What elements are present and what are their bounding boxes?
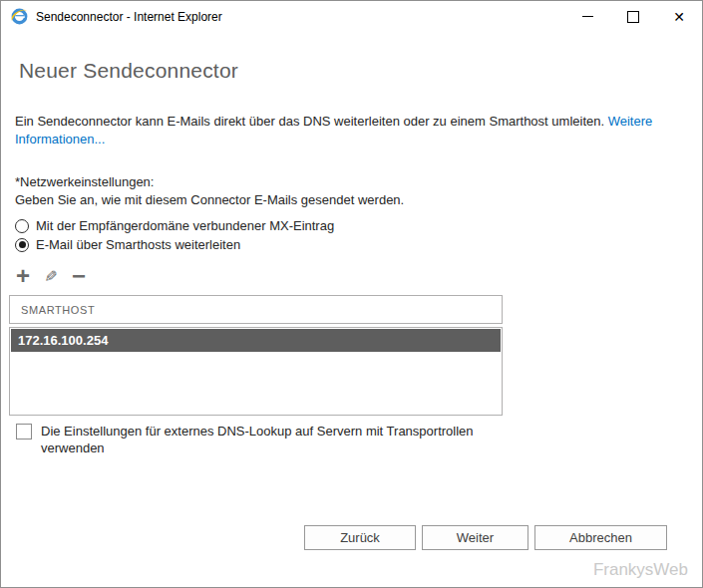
window-controls: ✕ — [564, 1, 702, 32]
smarthost-row[interactable]: 172.16.100.254 — [11, 329, 501, 352]
network-settings-description: Geben Sie an, wie mit diesem Connector E… — [15, 191, 688, 209]
wizard-navigation: Zurück Weiter Abbrechen — [298, 525, 667, 550]
network-settings-block: *Netzwerkeinstellungen: Geben Sie an, wi… — [15, 173, 688, 209]
ie-window: Sendeconnector - Internet Explorer ✕ Neu… — [0, 0, 703, 588]
radio-smarthost[interactable]: E-Mail über Smarthosts weiterleiten — [15, 237, 688, 252]
smarthost-toolbar: + ✎ − — [13, 265, 688, 287]
watermark: FrankysWeb — [593, 560, 688, 580]
edit-button[interactable]: ✎ — [41, 267, 61, 286]
radio-smarthost-label: E-Mail über Smarthosts weiterleiten — [36, 237, 240, 252]
plus-icon: + — [16, 262, 30, 290]
dns-lookup-option[interactable]: Die Einstellungen für externes DNS-Looku… — [15, 423, 688, 456]
delivery-options: Mit der Empfängerdomäne verbundener MX-E… — [15, 218, 688, 252]
remove-button[interactable]: − — [69, 262, 89, 290]
maximize-icon — [627, 11, 639, 23]
add-button[interactable]: + — [13, 262, 33, 290]
smarthost-list[interactable]: 172.16.100.254 — [9, 327, 503, 416]
intro-text: Ein Sendeconnector kann E-Mails direkt ü… — [15, 114, 604, 129]
intro-paragraph: Ein Sendeconnector kann E-Mails direkt ü… — [15, 113, 668, 148]
dns-lookup-label: Die Einstellungen für externes DNS-Looku… — [41, 423, 485, 456]
next-button[interactable]: Weiter — [422, 525, 528, 550]
close-button[interactable]: ✕ — [656, 1, 702, 32]
page-title: Neuer Sendeconnector — [19, 59, 688, 83]
minus-icon: − — [72, 262, 86, 290]
radio-mx-record[interactable]: Mit der Empfängerdomäne verbundener MX-E… — [15, 218, 688, 233]
titlebar: Sendeconnector - Internet Explorer ✕ — [1, 1, 702, 32]
close-icon: ✕ — [673, 10, 685, 24]
network-settings-label: *Netzwerkeinstellungen: — [15, 173, 688, 191]
cancel-button[interactable]: Abbrechen — [534, 525, 667, 550]
internet-explorer-icon — [11, 8, 28, 25]
smarthost-column-header: SMARTHOST — [9, 295, 503, 324]
dns-lookup-checkbox[interactable] — [16, 424, 32, 440]
minimize-button[interactable] — [564, 1, 610, 32]
maximize-button[interactable] — [610, 1, 656, 32]
radio-icon — [15, 219, 29, 233]
wizard-content: Neuer Sendeconnector Ein Sendeconnector … — [1, 59, 702, 456]
radio-mx-record-label: Mit der Empfängerdomäne verbundener MX-E… — [36, 218, 334, 233]
minimize-icon — [582, 16, 593, 17]
window-title: Sendeconnector - Internet Explorer — [36, 10, 222, 24]
radio-icon — [15, 238, 29, 252]
pencil-icon: ✎ — [44, 267, 57, 286]
back-button[interactable]: Zurück — [304, 525, 416, 550]
